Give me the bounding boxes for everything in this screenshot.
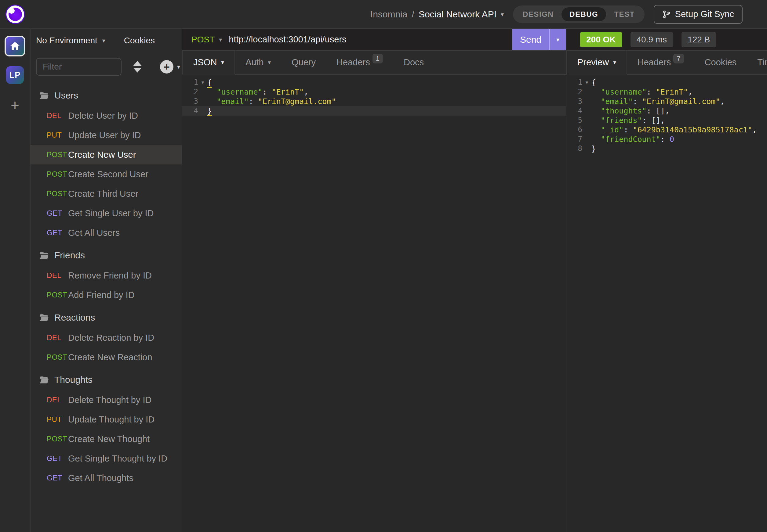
- code-token: "thoughts": [601, 106, 647, 115]
- cookies-button[interactable]: Cookies: [124, 36, 155, 45]
- line-number: 2: [566, 87, 582, 97]
- insomnia-logo-icon[interactable]: [6, 5, 24, 23]
- request-create-second-user[interactable]: POSTCreate Second User: [31, 164, 182, 184]
- request-name: Update User by ID: [68, 130, 141, 140]
- code-text: {: [592, 78, 596, 87]
- code-token: {: [207, 78, 212, 88]
- folder-users[interactable]: Users: [31, 85, 182, 106]
- request-name: Create New Thought: [68, 434, 149, 444]
- code-text: "username": "ErinT",: [207, 87, 308, 97]
- url-input[interactable]: http://localhost:3001/api/users: [229, 29, 346, 50]
- folder-friends[interactable]: Friends: [31, 245, 182, 266]
- request-name: Get All Thoughts: [68, 473, 133, 483]
- tab-label: Auth: [246, 57, 264, 67]
- request-remove-friend-by-id[interactable]: DELRemove Friend by ID: [31, 266, 182, 285]
- folder-reactions[interactable]: Reactions: [31, 307, 182, 328]
- response-tabs: Preview▾Headers7CookiesTimeline: [566, 51, 767, 75]
- request-add-friend-by-id[interactable]: POSTAdd Friend by ID: [31, 285, 182, 305]
- method-badge: POST: [47, 435, 68, 443]
- request-body-editor[interactable]: 1▾{2 "username": "ErinT",3 "email": "Eri…: [182, 75, 566, 532]
- send-options-button[interactable]: ▾: [549, 29, 566, 50]
- request-name: Get Single User by ID: [68, 208, 153, 218]
- tab-timeline[interactable]: Timeline: [747, 51, 767, 75]
- mode-tab-test[interactable]: TEST: [606, 7, 643, 21]
- add-workspace-button[interactable]: +: [11, 98, 19, 113]
- request-name: Delete Thought by ID: [68, 395, 152, 405]
- code-token: "username": [217, 88, 263, 96]
- method-badge: POST: [47, 189, 68, 198]
- response-time-badge: 40.9 ms: [631, 32, 673, 47]
- code-token: :: [249, 97, 258, 106]
- home-button[interactable]: [5, 36, 25, 56]
- breadcrumb[interactable]: Insomnia / Social Network API ▾: [370, 9, 504, 20]
- sort-button[interactable]: [133, 61, 142, 73]
- filter-input[interactable]: [36, 58, 121, 76]
- code-line: 7 "friendCount": 0: [566, 135, 767, 144]
- mode-tab-design[interactable]: DESIGN: [515, 7, 561, 21]
- request-create-new-reaction[interactable]: POSTCreate New Reaction: [31, 347, 182, 367]
- workspace-body: LP + No Environment ▾ Cookies + ▾: [0, 29, 767, 532]
- tab-docs[interactable]: Docs: [393, 51, 434, 75]
- method-badge: POST: [47, 170, 68, 178]
- request-update-thought-by-id[interactable]: PUTUpdate Thought by ID: [31, 410, 182, 429]
- add-request-button[interactable]: +: [160, 60, 173, 74]
- request-get-single-user-by-id[interactable]: GETGet Single User by ID: [31, 203, 182, 223]
- response-panel: 200 OK 40.9 ms 122 B Preview▾Headers7Coo…: [566, 29, 767, 532]
- code-text: "friends": [],: [592, 116, 665, 125]
- tab-headers[interactable]: Headers1: [326, 51, 393, 75]
- tab-label: Query: [292, 57, 316, 67]
- line-number: 4: [182, 106, 198, 116]
- fold-caret-icon[interactable]: ▾: [582, 78, 592, 87]
- code-token: "6429b3140a15b9a985178ac1": [633, 125, 752, 134]
- tab-preview[interactable]: Preview▾: [566, 51, 627, 75]
- code-line: 2 "username": "ErinT",: [566, 87, 767, 97]
- folder-thoughts[interactable]: Thoughts: [31, 369, 182, 390]
- tab-query[interactable]: Query: [281, 51, 326, 75]
- line-number: 8: [566, 144, 582, 153]
- request-delete-thought-by-id[interactable]: DELDelete Thought by ID: [31, 390, 182, 410]
- method-badge: POST: [47, 291, 68, 299]
- home-icon: [9, 41, 20, 52]
- send-split-button: Send ▾: [512, 29, 566, 50]
- setup-git-sync-button[interactable]: Setup Git Sync: [654, 5, 743, 24]
- chevron-down-icon[interactable]: ▾: [177, 64, 180, 70]
- mode-tab-debug[interactable]: DEBUG: [561, 7, 606, 21]
- request-create-new-user[interactable]: POSTCreate New User: [31, 145, 182, 164]
- code-line: 8}: [566, 144, 767, 153]
- fold-caret-icon[interactable]: ▾: [198, 78, 207, 87]
- method-badge: DEL: [47, 396, 68, 404]
- request-delete-reaction-by-id[interactable]: DELDelete Reaction by ID: [31, 328, 182, 347]
- line-number: 3: [566, 97, 582, 106]
- avatar[interactable]: LP: [6, 66, 24, 84]
- send-button[interactable]: Send: [512, 29, 549, 50]
- request-create-new-thought[interactable]: POSTCreate New Thought: [31, 429, 182, 449]
- request-name: Get Single Thought by ID: [68, 454, 167, 464]
- tab-json[interactable]: JSON▾: [182, 51, 235, 75]
- request-get-single-thought-by-id[interactable]: GETGet Single Thought by ID: [31, 449, 182, 468]
- tab-count-badge: 1: [373, 54, 383, 63]
- tab-auth[interactable]: Auth▾: [235, 51, 281, 75]
- code-token: :: [633, 97, 642, 106]
- tab-headers[interactable]: Headers7: [627, 51, 694, 75]
- code-line: 4}: [182, 106, 566, 116]
- request-get-all-thoughts[interactable]: GETGet All Thoughts: [31, 468, 182, 488]
- response-body-viewer[interactable]: 1▾{2 "username": "ErinT",3 "email": "Eri…: [566, 75, 767, 532]
- chevron-down-icon: ▾: [268, 59, 271, 65]
- request-get-all-users[interactable]: GETGet All Users: [31, 223, 182, 243]
- folder-icon: [40, 314, 49, 322]
- environment-selector[interactable]: No Environment ▾: [36, 36, 105, 45]
- request-list: UsersDELDelete User by IDPUTUpdate User …: [31, 81, 182, 532]
- tab-cookies[interactable]: Cookies: [694, 51, 747, 75]
- sort-up-icon: [133, 61, 142, 66]
- code-token: :: [661, 135, 670, 144]
- line-number: 2: [182, 87, 198, 97]
- method-badge: PUT: [47, 131, 68, 139]
- tab-label: Cookies: [705, 57, 737, 67]
- folder-icon: [40, 376, 49, 384]
- request-update-user-by-id[interactable]: PUTUpdate User by ID: [31, 125, 182, 145]
- code-token: "email": [217, 97, 249, 106]
- request-delete-user-by-id[interactable]: DELDelete User by ID: [31, 106, 182, 125]
- line-number: 1: [182, 78, 198, 87]
- method-selector[interactable]: POST ▾: [182, 29, 222, 50]
- request-create-third-user[interactable]: POSTCreate Third User: [31, 184, 182, 203]
